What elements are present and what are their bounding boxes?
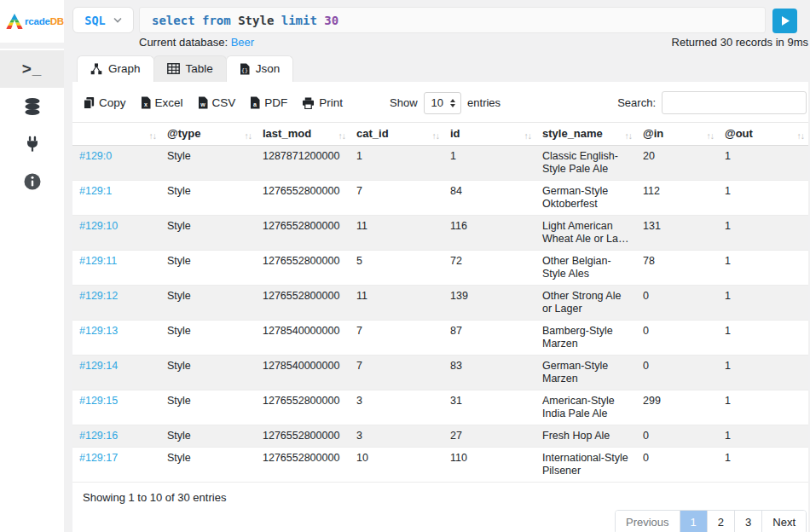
record-link[interactable]: #129:16 [79, 430, 118, 442]
column-header-@type[interactable]: @type↑↓ [160, 123, 256, 146]
table-cell: 112 [636, 181, 718, 216]
sort-icon[interactable]: ↑↓ [149, 129, 157, 142]
sort-icon[interactable]: ↑↓ [625, 129, 633, 142]
column-header-label: cat_id [356, 127, 389, 140]
showing-entries-text: Showing 1 to 10 of 30 entries [83, 491, 807, 504]
tab-json-label: Json [256, 62, 281, 75]
table-cell: 11 [350, 286, 443, 321]
sidebar-item-databases[interactable] [0, 88, 64, 125]
record-link[interactable]: #129:12 [79, 290, 118, 302]
table-cell: 7 [350, 356, 443, 390]
table-cell: 1 [443, 146, 535, 181]
table-cell: 1287871200000 [256, 146, 350, 181]
table-cell: #129:0 [72, 146, 160, 181]
query-language-select[interactable]: SQL [72, 7, 134, 33]
sort-icon[interactable]: ↑↓ [432, 129, 440, 142]
sort-icon[interactable]: ↑↓ [338, 129, 346, 142]
status-row: Current database: Beer Returned 30 recor… [72, 36, 808, 49]
sort-icon[interactable]: ↑↓ [524, 129, 532, 142]
record-link[interactable]: #129:1 [79, 185, 112, 197]
table-cell: 0 [636, 425, 718, 448]
query-token: select [152, 14, 202, 27]
page-button-1[interactable]: 1 [680, 511, 707, 532]
record-link[interactable]: #129:17 [79, 452, 118, 464]
excel-button[interactable]: x Excel [141, 96, 183, 109]
chevron-down-icon [113, 17, 122, 23]
search-input[interactable] [662, 91, 807, 114]
column-header-@in[interactable]: @in↑↓ [636, 123, 718, 146]
table-cell: Style [160, 181, 256, 216]
entries-count-select[interactable]: 10 [424, 92, 461, 114]
page-button-next[interactable]: Next [761, 511, 806, 532]
current-database-link[interactable]: Beer [231, 36, 254, 49]
sidebar-item-information[interactable] [0, 163, 64, 200]
copy-button[interactable]: Copy [83, 96, 126, 109]
column-header-rid[interactable]: ↑↓ [72, 123, 160, 146]
record-link[interactable]: #129:13 [79, 325, 118, 337]
table-cell: #129:14 [72, 356, 160, 390]
sidebar-item-query[interactable]: >_ [0, 50, 64, 88]
table-cell: #129:15 [72, 390, 160, 425]
tab-graph[interactable]: Graph [77, 55, 154, 82]
arcadedb-studio: rcadeDB >_ [0, 0, 810, 532]
table-cell: 1 [718, 448, 808, 483]
tab-table[interactable]: Table [153, 55, 227, 82]
table-cell: Style [160, 390, 256, 425]
table-cell: 83 [443, 356, 535, 390]
table-header-row: ↑↓@type↑↓last_mod↑↓cat_id↑↓id↑↓style_nam… [72, 123, 808, 146]
table-cell: 1276552800000 [256, 448, 350, 483]
table-cell: 1 [718, 251, 808, 286]
search-control: Search: [617, 91, 808, 114]
results-panel: Copy x Excel w CSV [72, 82, 808, 532]
sort-icon[interactable]: ↑↓ [245, 129, 252, 142]
table-cell: Classic English-Style Pale Ale [535, 146, 636, 181]
table-row: #129:1Style1276552800000784German-Style … [72, 181, 808, 216]
table-cell: 72 [443, 251, 535, 286]
csv-button[interactable]: w CSV [198, 96, 236, 109]
column-header-style_name[interactable]: style_name↑↓ [535, 123, 636, 146]
table-cell: 20 [636, 146, 718, 181]
query-input[interactable]: select from Style limit 30 [139, 7, 766, 33]
table-footer: Showing 1 to 10 of 30 entries Previous12… [72, 483, 808, 532]
graph-icon [90, 63, 102, 75]
run-query-button[interactable] [772, 9, 797, 33]
column-header-@out[interactable]: @out↑↓ [718, 123, 808, 146]
search-label: Search: [617, 96, 656, 109]
page-button-2[interactable]: 2 [707, 511, 734, 532]
sort-icon[interactable]: ↑↓ [797, 129, 805, 142]
record-link[interactable]: #129:14 [79, 360, 118, 372]
print-button[interactable]: Print [302, 96, 343, 109]
table-cell: 87 [443, 321, 535, 356]
table-cell: American-Style India Pale Ale [535, 390, 636, 425]
record-link[interactable]: #129:0 [79, 150, 112, 162]
terminal-icon: >_ [22, 60, 43, 78]
column-header-label: id [450, 127, 460, 140]
sort-icon[interactable]: ↑↓ [707, 129, 715, 142]
table-cell: #129:17 [72, 448, 160, 483]
svg-text:{}: {} [241, 66, 248, 73]
sidebar-item-connections[interactable] [0, 125, 64, 163]
tab-json[interactable]: {} Json [226, 55, 294, 82]
table-cell: #129:13 [72, 321, 160, 356]
page-button-previous[interactable]: Previous [616, 511, 680, 532]
record-link[interactable]: #129:15 [79, 395, 118, 407]
table-cell: 0 [636, 448, 718, 483]
query-language-value: SQL [84, 14, 105, 27]
page-button-3[interactable]: 3 [734, 511, 761, 532]
sidebar-nav: >_ [0, 49, 64, 532]
table-row: #129:14Style1278540000000783German-Style… [72, 356, 808, 390]
table-cell: 1278540000000 [256, 321, 350, 356]
column-header-last_mod[interactable]: last_mod↑↓ [256, 123, 350, 146]
record-link[interactable]: #129:10 [79, 220, 118, 232]
table-cell: 1276552800000 [256, 286, 350, 321]
column-header-cat_id[interactable]: cat_id↑↓ [350, 123, 443, 146]
pdf-button[interactable]: a PDF [250, 96, 287, 109]
table-cell: #129:16 [72, 425, 160, 448]
table-cell: Style [160, 425, 256, 448]
record-link[interactable]: #129:11 [79, 255, 117, 267]
column-header-label: last_mod [263, 127, 311, 140]
column-header-id[interactable]: id↑↓ [443, 123, 535, 146]
table-cell: 1 [718, 321, 808, 356]
current-database-label: Current database: [139, 36, 228, 49]
table-cell: 5 [350, 251, 443, 286]
